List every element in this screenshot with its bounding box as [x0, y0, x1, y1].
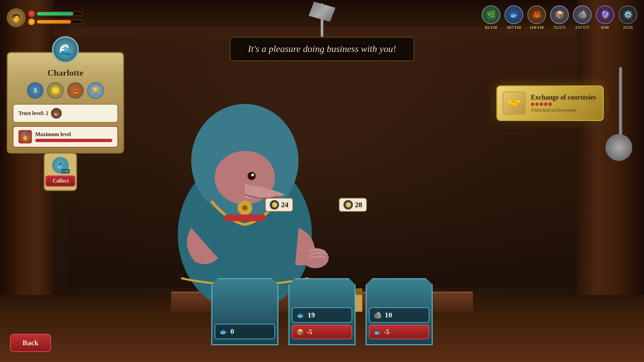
max-level-text: Maximum level: [35, 131, 112, 137]
health-bars: ❤️ ⚡: [28, 10, 83, 25]
merch-count-2: 28: [355, 200, 362, 209]
achievement-title: Exchange of courtesies: [531, 94, 596, 101]
collect-fish-icon: 🐟 +70: [52, 157, 69, 174]
health-icon: ❤️: [28, 10, 35, 17]
hud-left: 🧑 ❤️ ⚡: [7, 8, 83, 27]
resource-item-6: ⚙️ 15/35: [619, 5, 637, 30]
character-panel: 🌊 Charlotte 3 🪙 🏺 🏆 Trust level: 2 🦔 🏅 M…: [7, 52, 124, 154]
achievement-dots: [531, 103, 596, 106]
collect-button[interactable]: Collect: [45, 175, 75, 187]
resource-icon-1: 🐟: [504, 5, 523, 24]
trade-fish-0: 🐟: [219, 327, 228, 336]
player-avatar: 🧑: [7, 8, 25, 27]
trust-badge: 🦔: [51, 108, 62, 119]
character-abilities: 3 🪙 🏺 🏆: [13, 82, 118, 99]
resource-count-2: 118/150: [530, 25, 544, 30]
ability-icon-3: 🏆: [87, 82, 104, 99]
achievement-subtitle: Unlocked achievement: [531, 107, 596, 113]
action-value-1: -5: [307, 328, 312, 336]
merchant-resource-2: 🪙 28: [339, 198, 367, 212]
trade-card-inner-2: 🪨 10: [369, 307, 429, 323]
trust-label: Trust level: 2 🦔: [18, 108, 112, 119]
top-hud: 🧑 ❤️ ⚡ 🌿 82/150 🐟 167/150: [0, 3, 644, 33]
trade-card-0[interactable]: 🐟 0: [211, 278, 278, 345]
resource-item-2: 🦀 118/150: [527, 5, 546, 30]
svg-point-3: [248, 172, 256, 180]
trade-card-2[interactable]: 🪨 10 🐟 -5: [366, 278, 433, 345]
merchant-resource-1: 🪙 24: [265, 198, 293, 212]
achievement-dot-5: [548, 103, 552, 106]
trade-card-inner-0: 🐟 0: [215, 324, 275, 339]
merch-icon-2: 🪙: [343, 200, 353, 209]
health-track: [36, 11, 83, 16]
achievement-icon: 🤝: [502, 92, 526, 115]
trade-stone-2: 🪨: [374, 311, 382, 319]
resource-icon-2: 🦀: [527, 5, 546, 24]
mace-decoration: [604, 67, 637, 168]
action-icon-1: 📦: [297, 328, 304, 336]
ability-icon-2: 🏺: [67, 82, 84, 99]
svg-point-6: [242, 205, 248, 210]
trade-count-1: 19: [308, 311, 315, 319]
trade-count-0: 0: [230, 327, 234, 336]
ability-icon-0: 3: [27, 82, 44, 99]
svg-rect-8: [225, 215, 265, 221]
trust-section: Trust level: 2 🦔: [13, 104, 118, 123]
achievement-popup: 🤝 Exchange of courtesies Unlocked achiev…: [496, 85, 604, 121]
trust-text: Trust level: 2: [18, 110, 48, 116]
character-card: 🌊 Charlotte 3 🪙 🏺 🏆 Trust level: 2 🦔 🏅 M…: [7, 52, 124, 154]
merch-icon-1: 🪙: [270, 200, 279, 209]
ability-icon-1: 🪙: [47, 82, 64, 99]
dialogue-text: It's a pleasure doing business with you!: [248, 44, 396, 54]
svg-point-4: [251, 174, 254, 176]
character-avatar: 🌊: [52, 36, 79, 63]
trade-action-2: 🐟 -5: [369, 325, 429, 339]
resource-item-4: 🪨 137/175: [573, 5, 592, 30]
health-bar-container: ❤️: [28, 10, 83, 17]
level-text-container: Maximum level: [35, 131, 112, 142]
collect-area: 🐟 +70 Collect: [44, 153, 77, 191]
health-fill: [37, 12, 73, 15]
action-value-2: -5: [384, 328, 389, 336]
max-level-box: 🏅 Maximum level: [13, 126, 118, 147]
achievement-dot-3: [540, 103, 543, 106]
level-bar: [35, 139, 112, 142]
achievement-dot-4: [544, 103, 547, 106]
achievement-dot-1: [531, 103, 534, 106]
hud-resources: 🌿 82/150 🐟 167/150 🦀 118/150 📦 72/175 🪨 …: [482, 5, 637, 30]
resource-count-5: 8/60: [601, 25, 609, 30]
energy-bar-container: ⚡: [28, 18, 83, 25]
energy-track: [36, 19, 83, 24]
resource-icon-0: 🌿: [482, 5, 500, 24]
trade-cards: 🐟 0 🐟 19 📦 -5 🪨 10 🐟 -5: [211, 278, 433, 345]
resource-count-3: 72/175: [553, 25, 566, 30]
level-icon: 🏅: [18, 130, 32, 143]
energy-fill: [37, 20, 71, 23]
collect-card: 🐟 +70 Collect: [44, 153, 77, 191]
resource-icon-4: 🪨: [573, 5, 592, 24]
resource-item-3: 📦 72/175: [550, 5, 569, 30]
trade-count-2: 10: [385, 311, 392, 319]
dialogue-box: It's a pleasure doing business with you!: [230, 37, 414, 61]
collect-plus: +70: [61, 169, 70, 174]
back-button[interactable]: Back: [10, 334, 51, 352]
energy-icon: ⚡: [28, 18, 35, 25]
character-name: Charlotte: [13, 68, 118, 78]
resource-count-1: 167/150: [507, 25, 521, 30]
resource-item-5: 🔮 8/60: [596, 5, 614, 30]
action-icon-2: 🐟: [374, 328, 381, 336]
resource-icon-6: ⚙️: [619, 5, 637, 24]
achievement-dot-2: [535, 103, 539, 106]
trade-card-inner-1: 🐟 19: [292, 307, 352, 323]
resource-count-0: 82/150: [485, 25, 497, 30]
resource-icon-3: 📦: [550, 5, 569, 24]
resource-count-6: 15/35: [623, 25, 633, 30]
resource-icon-5: 🔮: [596, 5, 614, 24]
achievement-info: Exchange of courtesies Unlocked achievem…: [531, 94, 596, 113]
merch-count-1: 24: [281, 200, 288, 209]
resource-item-0: 🌿 82/150: [482, 5, 500, 30]
trade-fish-1: 🐟: [297, 311, 305, 319]
resource-count-4: 137/175: [575, 25, 590, 30]
resource-item-1: 🐟 167/150: [504, 5, 523, 30]
trade-card-1[interactable]: 🐟 19 📦 -5: [288, 278, 356, 345]
